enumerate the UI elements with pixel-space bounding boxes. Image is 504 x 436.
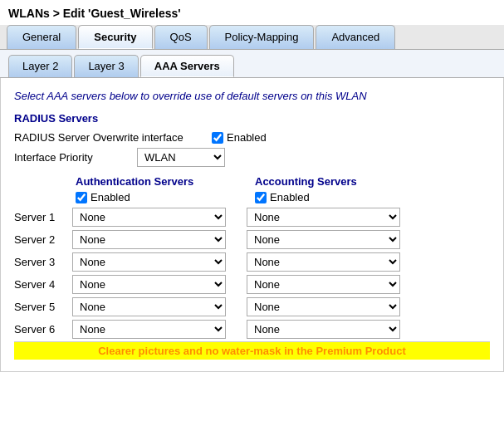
top-tabs: General Security QoS Policy-Mapping Adva…: [0, 25, 504, 50]
server-2-label: Server 2: [14, 233, 72, 246]
server-6-auth-select[interactable]: None: [72, 320, 226, 339]
tab-general[interactable]: General: [7, 25, 76, 49]
table-row: Server 2 None None: [14, 229, 490, 249]
server-2-auth-select[interactable]: None: [72, 230, 226, 249]
overwrite-row: RADIUS Server Overwrite interface Enable…: [14, 131, 490, 144]
table-row: Server 1 None None: [14, 207, 490, 227]
table-row: Server 4 None None: [14, 274, 490, 294]
server-3-acct-select[interactable]: None: [247, 252, 400, 272]
server-2-auth: None: [72, 230, 247, 249]
info-text: Select AAA servers below to override use…: [14, 90, 490, 102]
server-6-acct: None: [247, 320, 421, 339]
table-row: Server 6 None None: [14, 319, 490, 339]
auth-enabled-label[interactable]: Enabled: [76, 191, 247, 203]
tab-policy-mapping[interactable]: Policy-Mapping: [209, 25, 315, 49]
acct-header: Accounting Servers: [247, 175, 421, 188]
tab-advanced[interactable]: Advanced: [316, 25, 395, 49]
server-5-auth: None: [72, 297, 247, 316]
server-1-auth: None: [72, 208, 247, 227]
overwrite-checkbox[interactable]: [212, 132, 223, 144]
server-6-label: Server 6: [14, 323, 72, 336]
interface-priority-row: Interface Priority WLAN Management AP-Ma…: [14, 148, 490, 167]
content-area: Select AAA servers below to override use…: [0, 78, 504, 372]
auth-enabled-checkbox[interactable]: [76, 192, 87, 203]
server-3-auth-select[interactable]: None: [72, 252, 226, 272]
page-title: WLANs > Edit 'Guest_Wireless': [0, 0, 504, 25]
server-3-acct: None: [247, 252, 421, 272]
radius-section-title: RADIUS Servers: [14, 112, 490, 125]
premium-banner: Clearer pictures and no water-mask in th…: [14, 341, 490, 360]
server-3-label: Server 3: [14, 256, 72, 268]
tab-layer3[interactable]: Layer 3: [74, 55, 138, 77]
acct-enabled-label[interactable]: Enabled: [255, 191, 421, 203]
tab-layer2[interactable]: Layer 2: [8, 55, 72, 77]
acct-enabled-text: Enabled: [270, 191, 310, 203]
overwrite-label: RADIUS Server Overwrite interface: [14, 131, 205, 144]
server-1-acct-select[interactable]: None: [247, 208, 400, 227]
server-6-auth: None: [72, 320, 247, 339]
auth-header: Authentication Servers: [72, 175, 247, 188]
overwrite-enabled-text: Enabled: [227, 131, 267, 144]
server-4-auth: None: [72, 275, 247, 294]
server-3-auth: None: [72, 252, 247, 272]
priority-select[interactable]: WLAN Management AP-Manager: [137, 148, 225, 167]
auth-enabled-container: Enabled: [72, 191, 247, 203]
tab-aaa-servers[interactable]: AAA Servers: [140, 55, 234, 77]
table-row: Server 5 None None: [14, 296, 490, 316]
overwrite-enabled-label[interactable]: Enabled: [212, 131, 267, 144]
tab-security[interactable]: Security: [78, 25, 152, 49]
server-5-acct-select[interactable]: None: [247, 297, 400, 316]
server-4-acct: None: [247, 275, 421, 294]
acct-enabled-checkbox[interactable]: [255, 192, 267, 203]
server-4-acct-select[interactable]: None: [247, 275, 400, 294]
server-5-acct: None: [247, 297, 421, 316]
server-headers: Authentication Servers Accounting Server…: [14, 175, 490, 188]
server-table: Authentication Servers Accounting Server…: [14, 175, 490, 339]
server-5-auth-select[interactable]: None: [72, 297, 226, 316]
tab-qos[interactable]: QoS: [154, 25, 208, 49]
server-4-label: Server 4: [14, 278, 72, 291]
server-1-label: Server 1: [14, 211, 72, 223]
server-6-acct-select[interactable]: None: [247, 320, 400, 339]
server-2-acct-select[interactable]: None: [247, 230, 400, 249]
server-1-auth-select[interactable]: None: [72, 208, 226, 227]
server-2-acct: None: [247, 230, 421, 249]
enabled-row: Enabled Enabled: [14, 191, 490, 203]
sub-tabs: Layer 2 Layer 3 AAA Servers: [0, 50, 504, 78]
server-5-label: Server 5: [14, 301, 72, 313]
table-row: Server 3 None None: [14, 252, 490, 272]
server-1-acct: None: [247, 208, 421, 227]
acct-enabled-container: Enabled: [247, 191, 421, 203]
priority-label: Interface Priority: [14, 151, 130, 164]
auth-enabled-text: Enabled: [91, 191, 130, 203]
server-4-auth-select[interactable]: None: [72, 275, 226, 294]
